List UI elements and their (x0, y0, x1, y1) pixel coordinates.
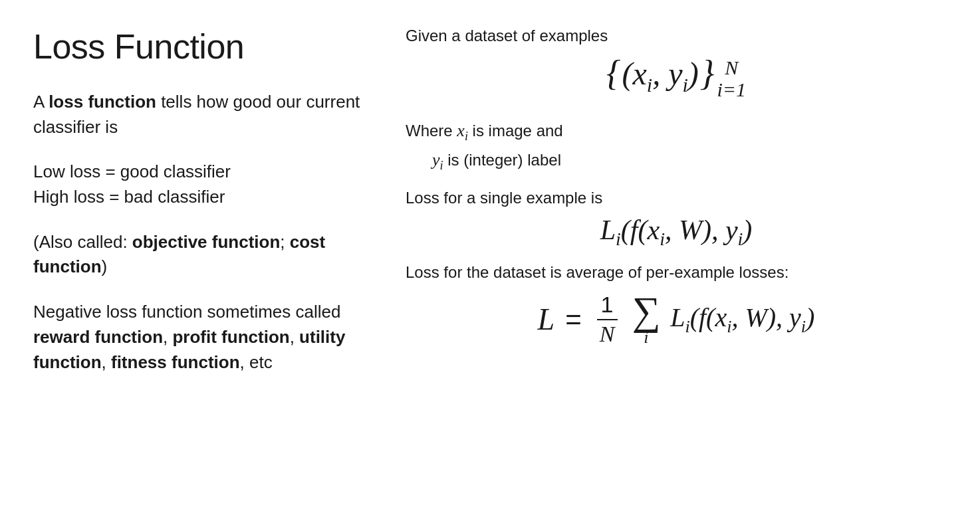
yi-sub2: i (738, 229, 743, 249)
equals-sign: = (565, 304, 582, 336)
fraction-numerator: 1 (597, 292, 618, 320)
li-sub3: i (685, 317, 689, 336)
li-sub: i (616, 229, 621, 249)
L-var: L (538, 302, 555, 337)
left-panel: Loss Function A loss function tells how … (33, 20, 366, 395)
sigma-subscript: i (644, 329, 648, 346)
yi-math: yi (432, 150, 443, 169)
reward-function-bold: reward function (33, 327, 163, 347)
where-yi-line: yi is (integer) label (406, 146, 947, 175)
given-dataset-text: Given a dataset of examples (406, 27, 947, 45)
one-over-n-fraction: 1 N (596, 292, 619, 347)
profit-function-bold: profit function (172, 327, 289, 347)
li-formula: Li(f(xi, W), yi) (406, 214, 947, 250)
xi-sub: i (465, 130, 468, 143)
yi-sub: i (440, 159, 443, 172)
dataset-formula: { (xi, yi) } N i=1 (406, 55, 947, 100)
superscript-N: N (717, 56, 746, 78)
fraction-denominator: N (596, 320, 619, 347)
page-container: Loss Function A loss function tells how … (33, 20, 947, 395)
yi-sub3: i (801, 317, 806, 336)
big-l-formula: L = 1 N ∑ i Li(f(xi, W), yi) (406, 292, 947, 347)
fitness-function-bold: fitness function (111, 352, 240, 372)
objective-function-bold: objective function (132, 232, 280, 252)
curly-open: { (606, 55, 621, 91)
sigma-group: ∑ i (632, 293, 660, 346)
right-panel: Given a dataset of examples { (xi, yi) }… (406, 20, 947, 395)
sigma-symbol: ∑ (632, 293, 660, 329)
negative-loss-block: Negative loss function sometimes called … (33, 300, 366, 375)
xi-sub2: i (660, 229, 665, 249)
dataset-loss-label: Loss for the dataset is average of per-e… (406, 263, 947, 282)
subscript-i1: i=1 (717, 78, 746, 100)
xi-math: xi (457, 121, 468, 140)
page-title: Loss Function (33, 27, 366, 66)
xi-sub3: i (727, 317, 731, 336)
where-block: Where xi is image and yi is (integer) la… (406, 117, 947, 175)
single-example-label: Loss for a single example is (406, 189, 947, 207)
loss-function-bold: loss function (49, 92, 156, 112)
loss-function-description: A loss function tells how good our curre… (33, 90, 366, 140)
curly-close: } (700, 55, 715, 91)
closing-bracket-group: } (700, 55, 716, 91)
superscript-subscript-group: N i=1 (717, 56, 746, 100)
where-xi-line: Where xi is image and (406, 117, 947, 146)
li-full-formula: Li(f(xi, W), yi) (670, 302, 814, 337)
low-high-loss-block: Low loss = good classifier High loss = b… (33, 159, 366, 209)
formula-inner: (xi, yi) (622, 55, 699, 96)
also-called-block: (Also called: objective function; cost f… (33, 230, 366, 280)
